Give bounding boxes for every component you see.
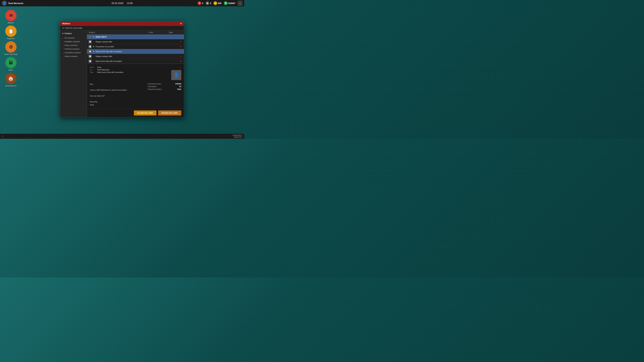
- email-type-icon-envelope: ✉: [88, 35, 92, 38]
- email-type-icon-contract: 📄: [88, 59, 92, 63]
- email-type-icon-contract: 📄: [88, 45, 92, 48]
- reputation-value: 59: [179, 85, 181, 87]
- username: Tank Mechanic: [8, 2, 24, 4]
- dollar-icon: $: [224, 1, 228, 5]
- email-row[interactable]: 📄 ☆ Repair contract offer ✕: [87, 39, 184, 44]
- decline-order-button[interactable]: Decline the order: [158, 110, 181, 115]
- email-list-panel: Subject From Date ✉ ★ NEED HELP! 📄 ☆: [87, 30, 184, 117]
- email-row[interactable]: 📄 ☆ Need some help with renovation ✕: [87, 59, 184, 64]
- folder-all-contracts[interactable]: ▪ All contracts: [60, 36, 87, 40]
- topbar-left: 👤 Tank Mechanic: [2, 1, 24, 5]
- folder-icon-active: ▪: [63, 44, 64, 46]
- stat-reputation: Reputation: 59: [148, 85, 181, 87]
- currency2-stat: $ 628967: [224, 1, 236, 5]
- dialog-titlebar: Mailbox ✕: [60, 21, 184, 26]
- email-subject: NEED HELP!: [96, 36, 183, 38]
- folder-available-contracts[interactable]: ▪ Available contracts: [60, 40, 87, 43]
- email-detail-right: ☆ 👤: [171, 66, 181, 80]
- folder-finished-contracts[interactable]: ▪ Finished contracts: [60, 47, 87, 51]
- to-label: To:: [90, 69, 96, 71]
- delete-email-button[interactable]: ✕: [179, 45, 183, 48]
- email-subject: Need some help with renovation: [96, 50, 179, 52]
- stat-money: Potential money: 34000$: [148, 83, 181, 85]
- star-icon-filled[interactable]: ★: [93, 36, 94, 38]
- email-meta-to: To: Tank Mechanic: [90, 69, 124, 71]
- email-row[interactable]: ✉ ★ NEED HELP!: [87, 34, 184, 39]
- from-label: From: [90, 66, 96, 68]
- to-value: Tank Mechanic: [97, 69, 109, 71]
- email-meta: From Greg To: Tank Mechanic Title: Need …: [90, 66, 124, 80]
- topbar: 👤 Tank Mechanic 05.02.2020 13:58 ✕ 5 🔔 0…: [0, 0, 244, 6]
- topbar-right: ✕ 5 🔔 0 ● 885 $ 628967 ⏻: [198, 1, 242, 5]
- email-meta-title: Title: Need some help with renovation: [90, 71, 124, 73]
- title-label: Title:: [90, 71, 96, 73]
- topbar-center: 05.02.2020 13:58: [112, 2, 132, 4]
- from-value: Greg: [97, 66, 101, 68]
- delete-email-button[interactable]: ✕: [179, 60, 183, 62]
- notifications-count: 0: [210, 2, 211, 4]
- notification-icon: 🔔: [206, 1, 209, 5]
- folder-cancelled-contracts[interactable]: ▪ Cancelled contracts: [60, 51, 87, 54]
- money-label: Potential money:: [148, 83, 162, 85]
- date-display: 05.02.2020: [112, 2, 123, 4]
- star-icon-filled[interactable]: ★: [93, 50, 94, 53]
- folder-icon-finished: ▪: [63, 48, 64, 50]
- power-button[interactable]: ⏻: [238, 1, 242, 5]
- star-header-icon[interactable]: ☆: [179, 66, 181, 69]
- folder-active-contracts[interactable]: ▪ Active contracts: [60, 43, 87, 47]
- email-type-icon-contract: 📄: [88, 55, 92, 58]
- folder-icon-cancelled: ▪: [63, 52, 64, 53]
- repairs-label: Required repairs:: [148, 88, 162, 90]
- folder-label-cancelled: Cancelled contracts: [64, 52, 81, 54]
- star-icon-empty[interactable]: ☆: [93, 40, 94, 43]
- folder-icon-failed: ▪: [63, 55, 64, 57]
- bottombar: ⠿ SystemDG 4Build 2137: [0, 134, 244, 139]
- star-icon-filled[interactable]: ★: [93, 45, 94, 48]
- folder-label-all: All contracts: [64, 37, 75, 39]
- email-detail-header: From Greg To: Tank Mechanic Title: Need …: [90, 66, 181, 80]
- folder-label-finished: Finished contracts: [64, 48, 80, 50]
- currency2-val: 628967: [228, 2, 236, 4]
- check-emails-button[interactable]: ⬇ Check for new emails: [62, 27, 82, 29]
- dialog-title: Mailbox: [62, 22, 70, 25]
- repairs-value: High: [177, 88, 181, 90]
- email-row[interactable]: 📄 ☆ Repair contract offer ✕: [87, 54, 184, 59]
- accept-order-button[interactable]: Accept the order: [134, 110, 156, 115]
- email-subject: Put primer on our tank: [96, 45, 179, 48]
- email-subject: Need some help with renovation: [96, 60, 179, 62]
- folder-icon-all: ▪: [63, 37, 64, 39]
- currency1-val: 885: [218, 2, 222, 4]
- alert-icon: ✕: [198, 1, 201, 5]
- reputation-label: Reputation:: [148, 85, 157, 87]
- email-subject: Repair contract offer: [96, 41, 179, 43]
- star-icon-empty[interactable]: ☆: [93, 60, 94, 62]
- delete-email-button[interactable]: ✕: [179, 40, 183, 43]
- folders-header: ▼ Folders: [60, 32, 87, 36]
- build-info: SystemDG 4Build 2137: [232, 134, 242, 138]
- notifications-stat: 🔔 0: [206, 1, 211, 5]
- dialog-close-button[interactable]: ✕: [180, 22, 182, 25]
- alerts-count: 5: [202, 2, 203, 4]
- folders-label: Folders: [64, 32, 72, 35]
- delete-email-button[interactable]: ✕: [179, 50, 183, 53]
- email-row[interactable]: 📄 ★ Put primer on our tank ✕: [87, 44, 184, 49]
- dialog-actions: Accept the order Decline the order: [87, 109, 184, 117]
- star-icon-empty[interactable]: ☆: [93, 55, 94, 57]
- email-meta-from: From Greg: [90, 66, 124, 68]
- user-avatar: 👤: [2, 1, 7, 5]
- dialog-body: ▼ Folders ▪ All contracts ▪ Available co…: [60, 30, 184, 117]
- col-subject: Subject: [89, 31, 149, 33]
- folder-label-available: Available contracts: [64, 40, 80, 42]
- email-row[interactable]: 📄 ★ Need some help with renovation ✕: [87, 49, 184, 54]
- email-subject: Repair contract offer: [96, 55, 179, 57]
- mailbox-dialog: Mailbox ✕ ⬇ Check for new emails ▼ Folde…: [60, 21, 184, 117]
- money-value: 34000$: [175, 83, 181, 85]
- check-emails-label: Check for new emails: [65, 27, 82, 29]
- delete-email-button[interactable]: ✕: [179, 55, 183, 58]
- folder-failed-contracts[interactable]: ▪ Failed contracts: [60, 54, 87, 58]
- dialog-overlay: Mailbox ✕ ⬇ Check for new emails ▼ Folde…: [0, 6, 244, 139]
- email-list: ✉ ★ NEED HELP! 📄 ☆ Repair contract offer…: [87, 34, 184, 64]
- stat-repairs: Required repairs: High: [148, 88, 181, 90]
- folder-icon-available: ▪: [63, 40, 64, 42]
- sender-avatar: 👤: [171, 70, 181, 80]
